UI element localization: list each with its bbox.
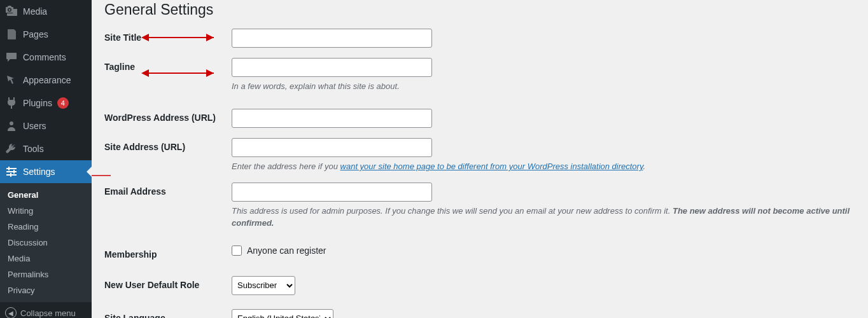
default-role-select[interactable]: Subscriber bbox=[232, 276, 295, 295]
wp-address-input[interactable] bbox=[232, 109, 432, 128]
membership-checkbox-label[interactable]: Anyone can register bbox=[232, 245, 326, 256]
tools-icon bbox=[5, 142, 18, 155]
submenu-item-privacy[interactable]: Privacy bbox=[0, 282, 92, 298]
sidebar-item-pages[interactable]: Pages bbox=[0, 23, 92, 46]
page-title: General Settings bbox=[104, 1, 855, 18]
sidebar-item-label: Appearance bbox=[23, 75, 71, 85]
sidebar-item-settings[interactable]: Settings bbox=[0, 160, 92, 183]
users-icon bbox=[5, 120, 18, 132]
sidebar-item-label: Tools bbox=[23, 144, 44, 154]
submenu-item-media[interactable]: Media bbox=[0, 251, 92, 266]
email-address-desc: This address is used for admin purposes.… bbox=[232, 205, 855, 228]
settings-submenu: General Writing Reading Discussion Media… bbox=[0, 183, 92, 302]
svg-rect-5 bbox=[13, 170, 15, 174]
submenu-item-permalinks[interactable]: Permalinks bbox=[0, 266, 92, 282]
collapse-menu-button[interactable]: ◀ Collapse menu bbox=[0, 302, 92, 318]
sidebar-item-label: Comments bbox=[23, 52, 66, 62]
sidebar-item-comments[interactable]: Comments bbox=[0, 46, 92, 69]
pages-icon bbox=[5, 28, 18, 41]
collapse-icon: ◀ bbox=[5, 307, 17, 318]
sidebar-item-appearance[interactable]: Appearance bbox=[0, 69, 92, 92]
admin-sidebar: Media Pages Comments Appearance Plugins … bbox=[0, 0, 92, 318]
plugins-update-badge: 4 bbox=[57, 97, 69, 109]
email-address-label: Email Address bbox=[104, 183, 232, 197]
submenu-item-reading[interactable]: Reading bbox=[0, 219, 92, 235]
media-icon bbox=[5, 5, 18, 18]
site-address-label: Site Address (URL) bbox=[104, 138, 232, 152]
submenu-item-discussion[interactable]: Discussion bbox=[0, 235, 92, 251]
site-address-desc: Enter the address here if you want your … bbox=[232, 161, 855, 172]
wp-address-label: WordPress Address (URL) bbox=[104, 109, 232, 123]
sidebar-item-label: Media bbox=[23, 6, 47, 17]
tagline-desc: In a few words, explain what this site i… bbox=[232, 81, 855, 92]
site-title-input[interactable] bbox=[232, 29, 432, 48]
sidebar-item-label: Users bbox=[23, 121, 46, 131]
site-address-input[interactable] bbox=[232, 138, 432, 157]
sidebar-item-users[interactable]: Users bbox=[0, 114, 92, 137]
svg-rect-1 bbox=[6, 168, 17, 169]
site-address-help-link[interactable]: want your site home page to be different… bbox=[340, 162, 643, 171]
svg-rect-2 bbox=[6, 171, 17, 172]
site-language-label: Site Language bbox=[104, 309, 232, 318]
membership-label: Membership bbox=[104, 245, 232, 259]
settings-content: General Settings Site Title Tagline In a… bbox=[92, 0, 868, 318]
tagline-input[interactable] bbox=[232, 58, 432, 77]
appearance-icon bbox=[5, 74, 18, 86]
sidebar-item-label: Settings bbox=[23, 167, 55, 177]
svg-point-0 bbox=[10, 121, 13, 125]
submenu-item-general[interactable]: General bbox=[0, 187, 92, 203]
membership-checkbox[interactable] bbox=[232, 245, 242, 256]
sidebar-item-plugins[interactable]: Plugins 4 bbox=[0, 92, 92, 114]
sidebar-item-label: Plugins bbox=[23, 98, 52, 108]
comments-icon bbox=[5, 51, 18, 64]
svg-rect-6 bbox=[10, 173, 11, 177]
sidebar-item-tools[interactable]: Tools bbox=[0, 137, 92, 160]
site-language-select[interactable]: English (United States) bbox=[232, 309, 333, 318]
svg-rect-4 bbox=[8, 167, 10, 170]
email-address-input[interactable] bbox=[232, 183, 432, 202]
site-title-label: Site Title bbox=[104, 29, 232, 43]
tagline-label: Tagline bbox=[104, 58, 232, 72]
plugins-icon bbox=[5, 97, 18, 109]
default-role-label: New User Default Role bbox=[104, 276, 232, 290]
settings-icon bbox=[5, 165, 18, 178]
submenu-item-writing[interactable]: Writing bbox=[0, 203, 92, 219]
sidebar-item-media[interactable]: Media bbox=[0, 0, 92, 23]
sidebar-item-label: Pages bbox=[23, 29, 48, 39]
collapse-label: Collapse menu bbox=[20, 308, 76, 318]
